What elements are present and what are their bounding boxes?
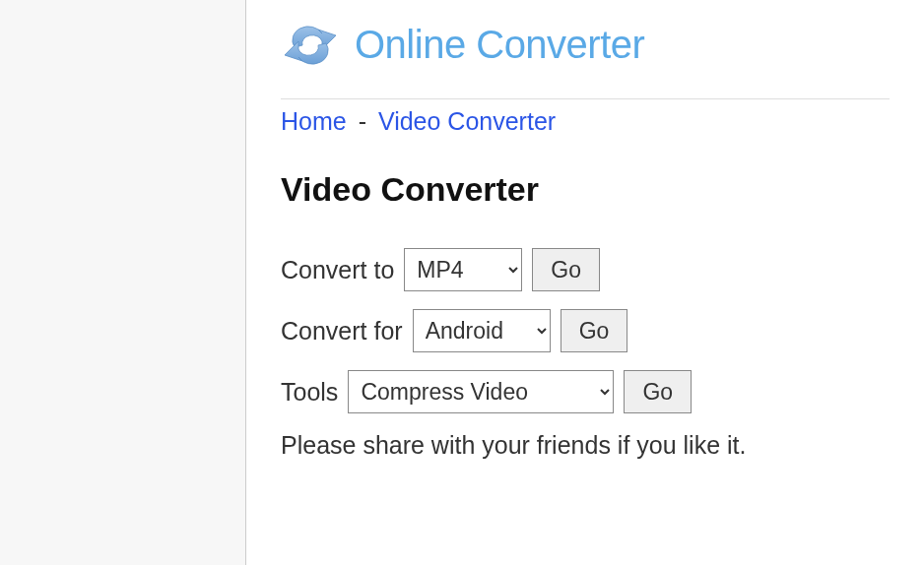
convert-for-select[interactable]: Android	[413, 309, 551, 352]
tools-row: Tools Compress Video Go	[281, 370, 890, 413]
convert-to-label: Convert to	[281, 256, 394, 284]
convert-for-row: Convert for Android Go	[281, 309, 890, 352]
page-title: Video Converter	[281, 170, 890, 209]
header-divider	[281, 98, 890, 99]
convert-for-label: Convert for	[281, 317, 403, 345]
breadcrumb: Home - Video Converter	[281, 107, 890, 136]
tools-label: Tools	[281, 378, 338, 407]
logo-row: Online Converter	[281, 20, 890, 87]
breadcrumb-separator: -	[359, 107, 366, 135]
main-content: Online Converter Home - Video Converter …	[246, 0, 924, 565]
tools-go-button[interactable]: Go	[624, 370, 692, 413]
tools-select[interactable]: Compress Video	[348, 370, 614, 413]
refresh-arrows-icon	[281, 20, 340, 69]
left-sidebar	[0, 0, 246, 565]
site-title: Online Converter	[355, 23, 644, 67]
breadcrumb-current-link[interactable]: Video Converter	[378, 107, 556, 135]
breadcrumb-home-link[interactable]: Home	[281, 107, 347, 135]
convert-to-row: Convert to MP4 Go	[281, 248, 890, 291]
convert-to-select[interactable]: MP4	[404, 248, 522, 291]
convert-to-go-button[interactable]: Go	[532, 248, 600, 291]
share-prompt: Please share with your friends if you li…	[281, 431, 890, 460]
convert-for-go-button[interactable]: Go	[561, 309, 628, 352]
